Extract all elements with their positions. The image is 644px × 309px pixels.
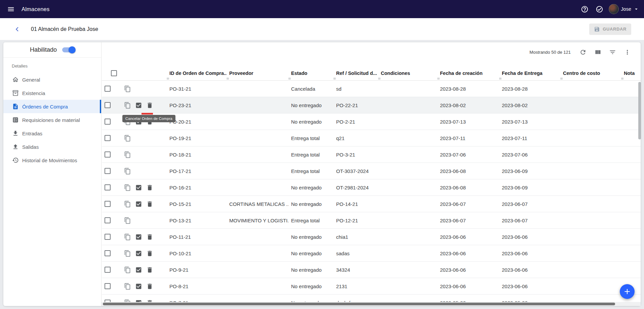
enabled-toggle[interactable] bbox=[62, 47, 75, 52]
table-row[interactable]: PO-19-21Entrega totalq212023-07-112023-0… bbox=[102, 130, 641, 146]
duplicate-icon[interactable] bbox=[124, 266, 131, 273]
validate-icon[interactable] bbox=[135, 233, 142, 240]
validate-icon[interactable] bbox=[135, 250, 142, 257]
table-row[interactable]: PO-15-21CORTINAS METALICAS ...No entrega… bbox=[102, 196, 641, 212]
cell-fecha_creacion: 2023-08-28 bbox=[437, 81, 499, 97]
table-row[interactable]: PO-18-21Entrega totalPO-3-212023-07-0620… bbox=[102, 146, 641, 163]
cell-centro_costo bbox=[560, 81, 621, 97]
row-checkbox[interactable] bbox=[105, 217, 111, 223]
delete-icon[interactable] bbox=[146, 184, 153, 191]
duplicate-icon[interactable] bbox=[124, 102, 131, 109]
duplicate-icon[interactable] bbox=[124, 184, 131, 191]
cell-fecha_entrega: 2023-06-09 bbox=[499, 163, 560, 179]
columns-button[interactable] bbox=[592, 47, 603, 57]
select-all-checkbox[interactable] bbox=[111, 70, 117, 76]
delete-icon[interactable] bbox=[146, 250, 153, 257]
duplicate-icon[interactable] bbox=[124, 201, 131, 208]
save-button[interactable]: GUARDAR bbox=[589, 24, 631, 35]
validate-icon[interactable] bbox=[135, 102, 142, 109]
sidebar-item-historial-de-movimientos[interactable]: Historial de Movimientos bbox=[3, 153, 101, 167]
duplicate-icon[interactable] bbox=[124, 217, 131, 224]
duplicate-icon[interactable] bbox=[124, 250, 131, 257]
duplicate-icon[interactable] bbox=[124, 283, 131, 290]
cell-fecha_creacion: 2023-06-08 bbox=[437, 179, 499, 195]
delete-icon[interactable] bbox=[146, 283, 153, 290]
duplicate-icon[interactable] bbox=[124, 233, 131, 240]
column-header-id[interactable]: ID de Orden de Compra... bbox=[167, 66, 227, 80]
row-checkbox[interactable] bbox=[105, 267, 111, 273]
row-checkbox[interactable] bbox=[105, 201, 111, 207]
table-row[interactable]: PO-17-21Entrega totalOT-3037-20242023-06… bbox=[102, 163, 641, 179]
cell-centro_costo bbox=[560, 179, 621, 195]
row-checkbox[interactable] bbox=[105, 283, 111, 289]
column-header-proveedor[interactable]: Proveedor bbox=[227, 66, 288, 80]
vertical-scrollbar[interactable] bbox=[638, 82, 641, 139]
status-button[interactable] bbox=[592, 2, 607, 16]
table-row[interactable]: PO-11-21No entregadochia12023-06-062023-… bbox=[102, 229, 641, 245]
sidebar-item-label: Existencia bbox=[22, 90, 45, 96]
sidebar-item-existencia[interactable]: Existencia bbox=[3, 86, 101, 100]
cell-condiciones bbox=[378, 179, 437, 195]
checkbox-cell bbox=[102, 146, 121, 163]
delete-icon[interactable] bbox=[146, 201, 153, 208]
duplicate-icon[interactable] bbox=[124, 135, 131, 142]
column-header-nota[interactable]: Nota bbox=[621, 66, 641, 80]
sidebar-item-general[interactable]: General bbox=[3, 73, 101, 86]
row-checkbox[interactable] bbox=[105, 184, 111, 190]
row-checkbox[interactable] bbox=[105, 119, 111, 125]
row-actions bbox=[121, 163, 167, 179]
table-row[interactable]: PO-9-21No entregado343242023-06-062023-0… bbox=[102, 262, 641, 278]
enabled-label: Habilitado bbox=[30, 46, 57, 53]
cell-fecha_entrega: 2023-06-07 bbox=[499, 196, 560, 212]
app-title: Almacenes bbox=[22, 6, 49, 12]
chevron-left-icon bbox=[13, 25, 22, 34]
sidebar-item-ordenes-de-compra[interactable]: Órdenes de Compra bbox=[3, 100, 101, 113]
cell-fecha_creacion: 2023-08-02 bbox=[437, 97, 499, 113]
table-row[interactable]: PO-20-21No entregadoPO-2-212023-07-13202… bbox=[102, 114, 641, 130]
column-header-fecha_creacion[interactable]: Fecha de creación bbox=[437, 66, 499, 80]
table-row[interactable]: PO-31-21Canceladasd2023-08-282023-08-28 bbox=[102, 81, 641, 97]
refresh-button[interactable] bbox=[577, 47, 588, 57]
row-checkbox[interactable] bbox=[105, 135, 111, 141]
delete-icon[interactable] bbox=[146, 102, 153, 109]
back-button[interactable] bbox=[12, 24, 22, 34]
row-checkbox[interactable] bbox=[105, 102, 111, 108]
add-button[interactable] bbox=[620, 284, 635, 299]
user-menu[interactable]: Jose bbox=[607, 3, 640, 15]
row-checkbox[interactable] bbox=[105, 86, 111, 92]
chevron-down-icon bbox=[633, 6, 639, 12]
delete-icon[interactable] bbox=[146, 233, 153, 240]
menu-button[interactable] bbox=[3, 2, 18, 16]
column-header-condiciones[interactable]: Condiciones bbox=[378, 66, 437, 80]
table-row[interactable]: PO-10-21No entregadosadas2023-06-062023-… bbox=[102, 245, 641, 262]
row-checkbox[interactable] bbox=[105, 168, 111, 174]
validate-icon[interactable] bbox=[135, 283, 142, 290]
table-row[interactable]: PO-13-21MOVIMIENTO Y LOGISTI...Entrega t… bbox=[102, 212, 641, 229]
column-header-estado[interactable]: Estado bbox=[288, 66, 333, 80]
duplicate-icon[interactable] bbox=[124, 151, 131, 158]
duplicate-icon[interactable] bbox=[124, 85, 131, 92]
sidebar-item-entradas[interactable]: Entradas bbox=[3, 127, 101, 140]
row-checkbox[interactable] bbox=[105, 234, 111, 240]
row-checkbox[interactable] bbox=[105, 151, 111, 158]
sidebar-item-requisiciones-de-material[interactable]: Requisiciones de material bbox=[3, 113, 101, 127]
validate-icon[interactable] bbox=[135, 201, 142, 208]
duplicate-icon[interactable] bbox=[124, 168, 131, 175]
horizontal-scrollbar[interactable] bbox=[103, 303, 615, 305]
validate-icon[interactable] bbox=[135, 266, 142, 273]
filter-button[interactable] bbox=[607, 47, 618, 57]
validate-icon[interactable] bbox=[135, 184, 142, 191]
delete-icon[interactable] bbox=[146, 266, 153, 273]
sidebar-item-salidas[interactable]: Salidas bbox=[3, 140, 101, 153]
column-header-centro_costo[interactable]: Centro de costo bbox=[560, 66, 621, 80]
help-button[interactable] bbox=[577, 2, 592, 16]
sidebar-section-label: Detalles bbox=[3, 58, 101, 73]
row-checkbox[interactable] bbox=[105, 250, 111, 256]
table-row[interactable]: PO-23-21No entregadoPO-22-212023-08-0220… bbox=[102, 97, 641, 114]
more-button[interactable] bbox=[622, 47, 633, 57]
column-header-ref[interactable]: Ref / Solicitud d... bbox=[333, 66, 378, 80]
table-row[interactable]: PO-16-21No entregadoOT-2981-20242023-06-… bbox=[102, 179, 641, 196]
table-row[interactable]: PO-8-21No entregado21312023-06-062023-06… bbox=[102, 278, 641, 295]
column-header-fecha_entrega[interactable]: Fecha de Entrega bbox=[499, 66, 560, 80]
checkbox-cell bbox=[102, 114, 121, 130]
